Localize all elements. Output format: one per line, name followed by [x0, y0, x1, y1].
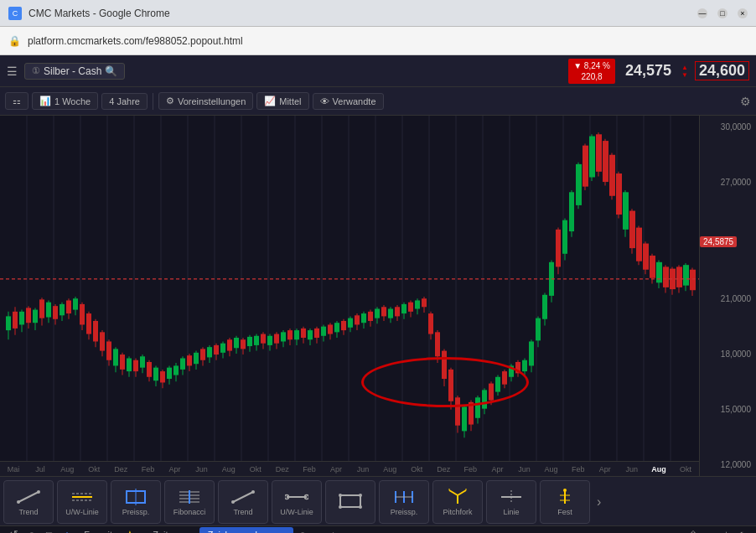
svg-point-255	[339, 505, 342, 509]
tool-fibonacci[interactable]: Fibonacci	[164, 480, 215, 524]
svg-rect-75	[167, 368, 172, 379]
tool-pitchfork[interactable]: Pitchfork	[432, 480, 483, 524]
svg-rect-73	[160, 371, 165, 382]
svg-rect-127	[341, 321, 346, 330]
price-label-30: 30,0000	[700, 122, 756, 132]
svg-rect-67	[140, 356, 145, 367]
nav-trend-icon[interactable]: ⟿	[316, 528, 340, 533]
tool-pitchfork-label: Pitchfork	[443, 508, 472, 516]
url-text: platform.cmcmarkets.com/fe988052.popout.…	[28, 35, 243, 47]
time-label-jun4: Jun	[619, 465, 645, 473]
time-label-jun3: Jun	[510, 465, 537, 473]
tool-preisspanne[interactable]: Preissp.	[111, 480, 161, 524]
time-label-apr1: Apr	[161, 465, 188, 473]
svg-rect-35	[33, 310, 38, 323]
svg-rect-179	[515, 362, 520, 373]
instrument-selector[interactable]: ① Silber - Cash 🔍	[24, 63, 125, 80]
chart-type-button[interactable]: ⚏	[5, 92, 28, 110]
svg-rect-111	[287, 330, 293, 339]
tool-trend-label: Trend	[18, 508, 38, 516]
svg-rect-145	[401, 304, 406, 313]
nav-wave-icon[interactable]: 〜	[295, 527, 314, 534]
browser-titlebar: C CMC Markets - Google Chrome — □ ×	[0, 0, 756, 27]
tool-linie[interactable]: Linie	[486, 480, 536, 524]
trend-icon	[17, 489, 40, 505]
nav-circle-icon[interactable]: ○	[24, 528, 39, 533]
nav-tab-zeitraum[interactable]: Zeitraum	[144, 527, 197, 534]
tool-fest[interactable]: Fest	[540, 480, 590, 524]
preisspanne-2-icon	[392, 489, 416, 505]
chart-area[interactable]: Mai Jul Aug Okt Dez Feb Apr Jun Aug Okt …	[0, 116, 756, 476]
menu-icon[interactable]: ☰	[7, 65, 18, 78]
svg-rect-59	[113, 349, 118, 365]
svg-rect-231	[690, 270, 696, 290]
svg-rect-135	[368, 312, 373, 321]
nav-minus-icon[interactable]: −	[704, 527, 717, 534]
nav-share-icon[interactable]: ⇧	[686, 527, 701, 534]
tool-preisspanne-2[interactable]: Preissp.	[379, 480, 429, 524]
nav-cursor-icon[interactable]: ↑	[60, 528, 75, 533]
tool-uw-linie[interactable]: U/W-Linie	[57, 480, 107, 524]
range-button[interactable]: 4 Jahre	[101, 93, 148, 110]
time-label-feb4: Feb	[565, 465, 592, 473]
tool-trend-2[interactable]: Trend	[218, 480, 268, 524]
nav-tab-favoriten[interactable]: Favoriten ★	[75, 526, 142, 533]
toolbar-gear-icon[interactable]: ⚙	[740, 95, 751, 108]
svg-rect-223	[663, 266, 669, 287]
settings-label: Voreinstellungen	[178, 96, 246, 106]
svg-rect-193	[562, 220, 567, 254]
preisspanne-icon	[124, 489, 148, 505]
svg-rect-201	[589, 136, 595, 177]
svg-rect-87	[207, 347, 212, 357]
trend-2-icon	[231, 489, 255, 505]
svg-rect-252	[340, 495, 360, 507]
tool-rect[interactable]	[325, 480, 375, 524]
svg-rect-123	[328, 324, 333, 334]
nav-refresh-icon[interactable]: ↺	[5, 528, 23, 533]
svg-rect-155	[435, 332, 440, 356]
close-button[interactable]: ×	[738, 8, 748, 18]
svg-line-246	[233, 492, 253, 502]
svg-rect-63	[127, 359, 132, 372]
price-label-15: 15,0000	[700, 405, 756, 414]
svg-rect-113	[294, 330, 299, 339]
instrument-number: ①	[32, 65, 40, 76]
browser-title: CMC Markets - Google Chrome	[28, 8, 691, 19]
time-label-feb3: Feb	[457, 465, 484, 473]
svg-rect-217	[643, 244, 649, 270]
minimize-button[interactable]: —	[697, 8, 707, 18]
related-button[interactable]: 👁 Verwandte	[313, 93, 384, 110]
star-icon: ★	[126, 529, 134, 533]
tool-trend[interactable]: Trend	[3, 480, 54, 524]
tool-linie-label: Linie	[503, 508, 519, 516]
svg-rect-85	[200, 349, 205, 360]
svg-rect-191	[556, 230, 561, 267]
settings-button[interactable]: ⚙ Voreinstellungen	[158, 92, 253, 110]
svg-point-256	[359, 505, 362, 509]
maximize-button[interactable]: □	[717, 8, 728, 18]
svg-rect-89	[214, 345, 219, 354]
svg-rect-97	[241, 339, 246, 349]
tool-preisspanne-2-label: Preissp.	[391, 508, 418, 516]
svg-point-235	[37, 490, 40, 494]
indicators-button[interactable]: 📈 Mittel	[256, 92, 308, 110]
tool-uw-linie-2[interactable]: U/W-Linie	[272, 480, 322, 524]
nav-pen-icon[interactable]: ✏	[41, 528, 59, 533]
svg-rect-45	[66, 300, 71, 313]
svg-rect-143	[395, 307, 400, 316]
svg-rect-173	[495, 377, 500, 392]
price-label-27: 27,0000	[700, 178, 756, 187]
svg-rect-37	[39, 299, 44, 318]
browser-favicon: C	[8, 7, 22, 20]
svg-rect-137	[375, 308, 380, 318]
svg-rect-115	[301, 329, 306, 338]
fest-icon	[553, 489, 577, 505]
tools-scroll-right[interactable]: ›	[593, 494, 604, 510]
nav-plus-icon[interactable]: +	[720, 527, 733, 534]
nav-maximize-icon[interactable]: ⤡	[736, 527, 751, 534]
search-icon[interactable]: 🔍	[105, 65, 117, 77]
nav-tab-zeichenwerkzeuge[interactable]: Zeichenwerkzeuge	[199, 527, 293, 534]
svg-rect-215	[636, 228, 642, 261]
timeframe-button[interactable]: 📊 1 Woche	[32, 92, 98, 110]
svg-rect-101	[254, 336, 259, 345]
